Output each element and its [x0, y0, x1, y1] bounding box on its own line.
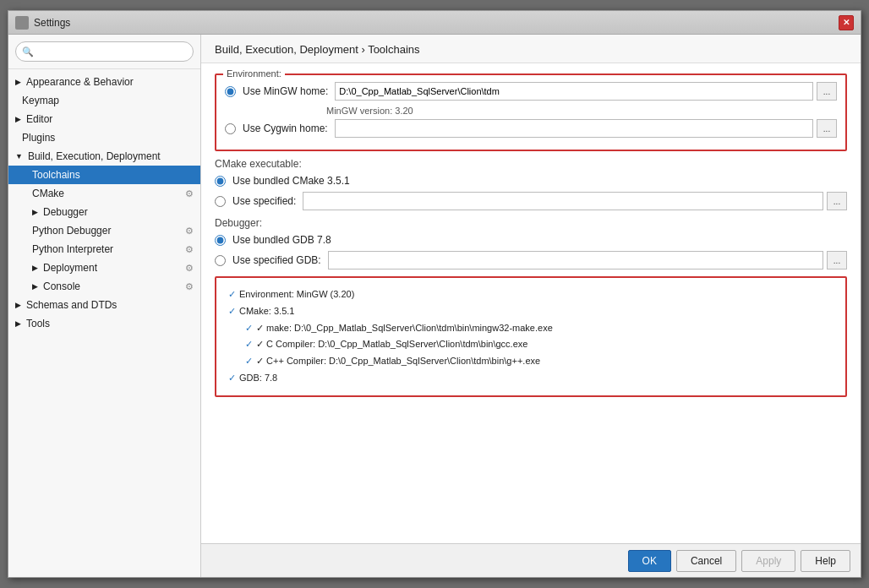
- sidebar-item-debugger[interactable]: ▶ Debugger: [8, 203, 200, 221]
- cygwin-radio[interactable]: [225, 123, 236, 134]
- sidebar-item-label: Plugins: [22, 132, 55, 144]
- sidebar-item-label: Editor: [26, 113, 52, 125]
- check-icon: ✓: [228, 303, 236, 320]
- ok-button[interactable]: OK: [628, 550, 671, 572]
- main-content: 🔍 ▶ Appearance & Behavior Keymap ▶ Edito…: [8, 35, 861, 577]
- settings-icon: ⚙: [185, 263, 194, 274]
- sidebar-item-console[interactable]: ▶ Console ⚙: [8, 277, 200, 296]
- gdb-specified-radio[interactable]: [215, 255, 226, 266]
- bottom-bar: OK Cancel Apply Help: [201, 543, 861, 577]
- summary-cpp-compiler-text: ✓ C++ Compiler: D:\0_Cpp_Matlab_SqlServe…: [256, 353, 540, 370]
- close-button[interactable]: ✕: [839, 15, 854, 30]
- sidebar-item-toolchains[interactable]: Toolchains: [8, 166, 200, 184]
- mingw-path-input[interactable]: [335, 82, 813, 101]
- sidebar-item-editor[interactable]: ▶ Editor: [8, 110, 200, 128]
- cygwin-browse-button[interactable]: ...: [817, 119, 837, 138]
- mingw-browse-button[interactable]: ...: [817, 82, 837, 101]
- check-icon: ✓: [245, 336, 253, 353]
- environment-section: Environment: Use MinGW home: ... MinGW v…: [215, 74, 847, 151]
- sidebar-item-label: Schemas and DTDs: [26, 299, 117, 311]
- settings-icon: ⚙: [185, 244, 194, 255]
- summary-make-text: ✓ make: D:\0_Cpp_Matlab_SqlServer\Clion\…: [256, 320, 553, 337]
- arrow-icon: ▶: [32, 264, 38, 272]
- summary-cpp-compiler-line: ✓ ✓ C++ Compiler: D:\0_Cpp_Matlab_SqlSer…: [228, 353, 833, 370]
- sidebar-item-deployment[interactable]: ▶ Deployment ⚙: [8, 259, 200, 277]
- arrow-icon: ▶: [15, 78, 21, 86]
- sidebar: 🔍 ▶ Appearance & Behavior Keymap ▶ Edito…: [8, 35, 201, 577]
- summary-cmake-text: CMake: 3.5.1: [239, 303, 294, 320]
- sidebar-item-label: Toolchains: [32, 169, 80, 181]
- gdb-bundled-radio[interactable]: [215, 235, 226, 246]
- arrow-icon: ▶: [32, 208, 38, 216]
- environment-label: Environment:: [223, 68, 285, 79]
- cmake-specified-radio[interactable]: [215, 196, 226, 207]
- summary-env-text: Environment: MinGW (3.20): [239, 286, 354, 303]
- cygwin-radio-row: Use Cygwin home: ...: [225, 119, 837, 138]
- sidebar-item-label: Build, Execution, Deployment: [28, 150, 161, 162]
- sidebar-item-label: Console: [43, 280, 80, 292]
- summary-cmake-line: ✓ CMake: 3.5.1: [228, 303, 833, 320]
- arrow-icon: ▶: [32, 282, 38, 291]
- cygwin-input-group: ...: [335, 119, 837, 138]
- summary-env-line: ✓ Environment: MinGW (3.20): [228, 286, 833, 303]
- window-icon: [15, 16, 29, 30]
- gdb-bundled-label: Use bundled GDB 7.8: [232, 234, 331, 246]
- cmake-path-input[interactable]: [303, 192, 823, 210]
- search-box: 🔍: [8, 35, 200, 69]
- sidebar-item-plugins[interactable]: Plugins: [8, 128, 200, 147]
- title-bar: Settings ✕: [8, 11, 861, 35]
- cancel-button[interactable]: Cancel: [676, 550, 736, 572]
- sidebar-item-label: CMake: [32, 188, 64, 199]
- window-title: Settings: [34, 17, 839, 29]
- cmake-section: CMake executable: Use bundled CMake 3.5.…: [215, 158, 847, 210]
- sidebar-item-label: Tools: [26, 318, 50, 329]
- cmake-bundled-radio[interactable]: [215, 176, 226, 187]
- search-wrapper: 🔍: [15, 41, 194, 62]
- mingw-radio-label: Use MinGW home:: [243, 85, 328, 97]
- sidebar-item-label: Appearance & Behavior: [26, 76, 134, 88]
- arrow-icon: ▶: [15, 319, 21, 328]
- gdb-browse-button[interactable]: ...: [827, 251, 847, 270]
- summary-c-compiler-line: ✓ ✓ C Compiler: D:\0_Cpp_Matlab_SqlServe…: [228, 336, 833, 353]
- search-icon: 🔍: [22, 46, 34, 57]
- breadcrumb: Build, Execution, Deployment › Toolchain…: [215, 43, 420, 56]
- right-panel: Build, Execution, Deployment › Toolchain…: [201, 35, 861, 577]
- summary-c-compiler-text: ✓ C Compiler: D:\0_Cpp_Matlab_SqlServer\…: [256, 336, 527, 353]
- help-button[interactable]: Help: [801, 550, 850, 572]
- settings-icon: ⚙: [185, 226, 194, 237]
- summary-gdb-text: GDB: 7.8: [239, 370, 277, 387]
- cygwin-path-input[interactable]: [335, 119, 813, 138]
- sidebar-item-schemas[interactable]: ▶ Schemas and DTDs: [8, 296, 200, 314]
- sidebar-item-label: Debugger: [43, 206, 88, 218]
- sidebar-item-label: Deployment: [43, 262, 97, 274]
- search-input[interactable]: [15, 41, 194, 62]
- sidebar-item-build[interactable]: ▼ Build, Execution, Deployment: [8, 147, 200, 166]
- sidebar-item-label: Python Debugger: [32, 225, 111, 237]
- check-icon: ✓: [228, 286, 236, 303]
- cmake-label: CMake executable:: [215, 158, 847, 170]
- cmake-bundled-label: Use bundled CMake 3.5.1: [232, 175, 350, 187]
- arrow-icon: ▶: [15, 115, 21, 123]
- sidebar-item-python-interpreter[interactable]: Python Interpreter ⚙: [8, 240, 200, 259]
- cmake-specified-input-group: ...: [303, 192, 847, 210]
- summary-box: ✓ Environment: MinGW (3.20) ✓ CMake: 3.5…: [215, 276, 847, 397]
- cmake-browse-button[interactable]: ...: [827, 192, 847, 210]
- gdb-path-input[interactable]: [328, 251, 823, 270]
- cmake-bundled-row: Use bundled CMake 3.5.1: [215, 175, 847, 187]
- mingw-version-hint: MinGW version: 3.20: [326, 106, 837, 116]
- gdb-specified-input-group: ...: [328, 251, 847, 270]
- apply-button[interactable]: Apply: [741, 550, 795, 572]
- mingw-input-group: ...: [335, 82, 837, 101]
- arrow-icon: ▼: [15, 152, 23, 161]
- check-icon: ✓: [228, 370, 236, 387]
- sidebar-item-keymap[interactable]: Keymap: [8, 91, 200, 110]
- sidebar-item-tools[interactable]: ▶ Tools: [8, 314, 200, 333]
- cmake-specified-row: Use specified: ...: [215, 192, 847, 210]
- mingw-radio[interactable]: [225, 86, 236, 97]
- mingw-radio-row: Use MinGW home: ...: [225, 82, 837, 101]
- sidebar-item-cmake[interactable]: CMake ⚙: [8, 184, 200, 203]
- sidebar-item-appearance[interactable]: ▶ Appearance & Behavior: [8, 73, 200, 91]
- arrow-icon: ▶: [15, 301, 21, 309]
- sidebar-item-python-debugger[interactable]: Python Debugger ⚙: [8, 221, 200, 240]
- cmake-specified-label: Use specified:: [232, 195, 296, 207]
